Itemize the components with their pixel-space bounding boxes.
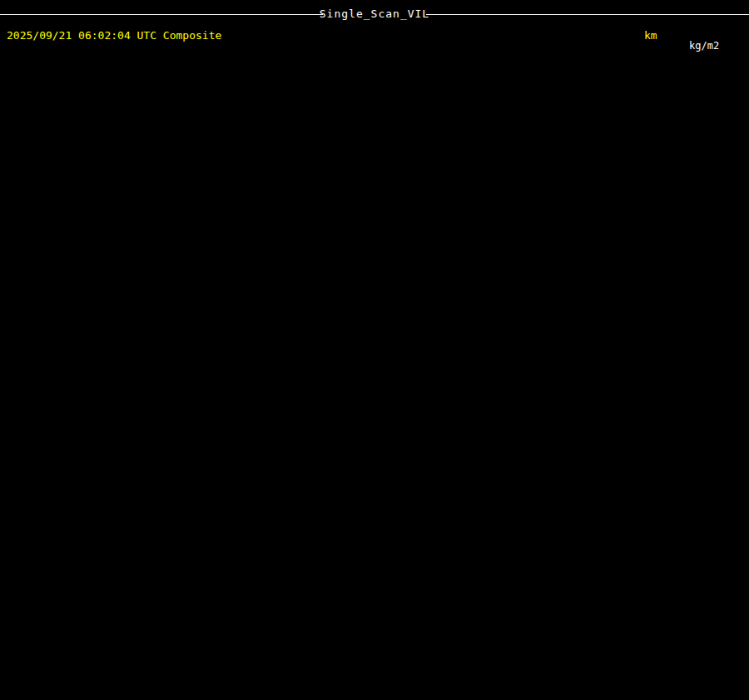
bottom-axis (0, 673, 632, 700)
radar-viewer-window: { "window": { "title": "Single_Scan_VIL"… (0, 0, 749, 700)
radar-map (7, 43, 628, 674)
title-bar: Single_Scan_VIL (0, 0, 749, 25)
right-axis-unit: km (644, 29, 657, 42)
window-title: Single_Scan_VIL (0, 7, 749, 20)
scan-timestamp: 2025/09/21 06:02:04 UTC Composite (7, 29, 221, 42)
colorbar-unit: kg/m2 (689, 40, 719, 52)
legend-panel: kg/m2 (662, 37, 749, 686)
